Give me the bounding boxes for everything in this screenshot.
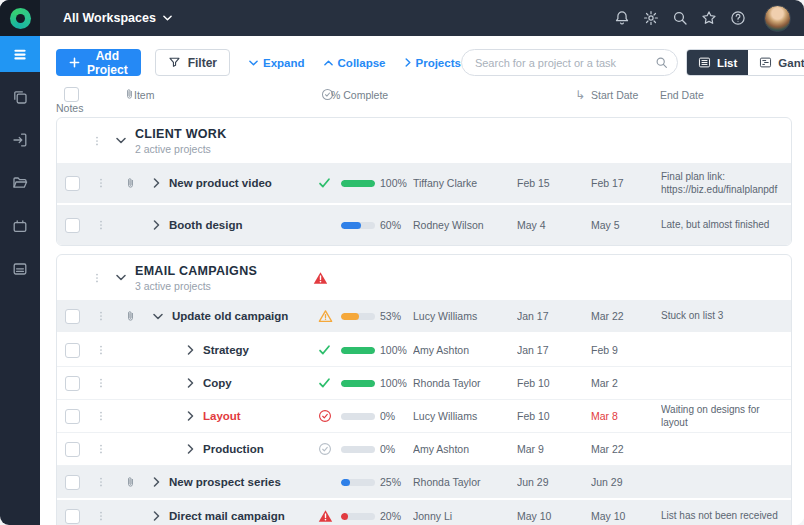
- percent-complete: 100%: [377, 344, 413, 356]
- item-name[interactable]: New product video: [169, 177, 272, 189]
- group-subtitle: 2 active projects: [135, 143, 226, 155]
- chevron-right-icon[interactable]: [187, 444, 194, 454]
- group-drag-handle[interactable]: [91, 271, 103, 285]
- item-name[interactable]: Production: [203, 443, 264, 455]
- responsible: Rhonda Taylor: [413, 476, 517, 488]
- group-subtitle: 3 active projects: [135, 280, 257, 292]
- projects-label: Projects: [416, 57, 461, 69]
- toolbar: Add Project Filter Expand Collapse Proje…: [40, 36, 804, 85]
- responsible: Rodney Wilson: [413, 219, 517, 231]
- row-checkbox[interactable]: [65, 442, 80, 457]
- user-avatar[interactable]: [764, 5, 791, 32]
- sidebar-item-list-view[interactable]: [0, 36, 40, 72]
- folder-icon: [12, 175, 28, 191]
- row-checkbox[interactable]: [65, 218, 80, 233]
- list-view-button[interactable]: List: [687, 50, 748, 75]
- row-checkbox[interactable]: [65, 309, 80, 324]
- item-name[interactable]: Copy: [203, 377, 232, 389]
- warning-triangle-icon: [318, 309, 333, 323]
- chevron-down-icon[interactable]: [116, 137, 126, 144]
- workspace-switcher[interactable]: All Workspaces: [57, 10, 178, 26]
- check-icon: [318, 177, 331, 189]
- plus-icon: [69, 57, 80, 68]
- chevron-right-icon[interactable]: [187, 345, 194, 355]
- item-name[interactable]: Layout: [203, 410, 241, 422]
- row-drag-handle[interactable]: [87, 509, 115, 523]
- sidebar-item-folder[interactable]: [0, 165, 40, 201]
- sidebar-item-sign-in[interactable]: [0, 122, 40, 158]
- help-icon[interactable]: [730, 10, 746, 26]
- responsible: Amy Ashton: [413, 344, 517, 356]
- search-icon: [655, 56, 668, 69]
- sidebar-item-calendar[interactable]: [0, 208, 40, 244]
- sidebar-item-boards[interactable]: [0, 79, 40, 115]
- gear-icon[interactable]: [643, 10, 659, 26]
- sidebar-item-report[interactable]: [0, 251, 40, 287]
- responsible: Lucy Williams: [413, 410, 517, 422]
- row-checkbox[interactable]: [65, 475, 80, 490]
- chevron-right-icon: [405, 58, 411, 67]
- item-name[interactable]: Direct mail campaign: [169, 510, 285, 522]
- row-drag-handle[interactable]: [87, 176, 115, 190]
- chevron-right-icon[interactable]: [187, 411, 194, 421]
- header-notes[interactable]: Notes: [56, 102, 86, 114]
- item-name[interactable]: Booth design: [169, 219, 242, 231]
- chevron-down-icon: [163, 15, 172, 21]
- row-drag-handle[interactable]: [87, 343, 115, 357]
- row-checkbox[interactable]: [65, 376, 80, 391]
- gantt-view-button[interactable]: Gantt: [748, 50, 804, 75]
- projects-link[interactable]: Projects: [405, 57, 461, 69]
- search-input[interactable]: [461, 49, 678, 76]
- paperclip-icon: [124, 476, 137, 489]
- item-name[interactable]: Update old campaign: [172, 310, 288, 322]
- percent-complete: 0%: [377, 443, 413, 455]
- chevron-right-icon[interactable]: [153, 220, 160, 230]
- header-end-date[interactable]: End Date: [660, 89, 792, 101]
- progress-bar: [341, 313, 375, 320]
- group-drag-handle[interactable]: [91, 134, 103, 148]
- list-view-icon: [12, 47, 28, 62]
- row-drag-handle[interactable]: [87, 376, 115, 390]
- select-all-checkbox[interactable]: [64, 87, 79, 102]
- alert-triangle-icon: [318, 509, 333, 523]
- star-icon[interactable]: [701, 10, 717, 26]
- start-date: Feb 15: [517, 177, 591, 189]
- collapse-link[interactable]: Collapse: [324, 57, 386, 69]
- row-drag-handle[interactable]: [87, 442, 115, 456]
- row-checkbox[interactable]: [65, 409, 80, 424]
- search-box: [461, 49, 678, 76]
- row-checkbox[interactable]: [65, 343, 80, 358]
- row-drag-handle[interactable]: [87, 309, 115, 323]
- row-checkbox[interactable]: [65, 176, 80, 191]
- notes: Stuck on list 3: [661, 309, 791, 323]
- header-item[interactable]: Item: [134, 89, 314, 101]
- chevron-right-icon[interactable]: [187, 378, 194, 388]
- row-drag-handle[interactable]: [87, 409, 115, 423]
- chevron-down-icon[interactable]: [153, 313, 163, 320]
- chevron-up-icon: [324, 60, 333, 66]
- bell-icon[interactable]: [614, 10, 630, 26]
- search-icon[interactable]: [672, 10, 688, 26]
- workspace-label: All Workspaces: [63, 11, 156, 25]
- header-complete[interactable]: % Complete: [331, 89, 412, 101]
- item-name[interactable]: Strategy: [203, 344, 249, 356]
- chevron-right-icon[interactable]: [153, 178, 160, 188]
- header-start-date[interactable]: ↳ Start Date: [575, 88, 660, 102]
- row-checkbox[interactable]: [65, 509, 80, 524]
- list-icon: [698, 56, 711, 69]
- item-name[interactable]: New prospect series: [169, 476, 281, 488]
- filter-button[interactable]: Filter: [155, 49, 230, 76]
- expand-link[interactable]: Expand: [249, 57, 305, 69]
- chevron-right-icon[interactable]: [153, 477, 160, 487]
- responsible: Tiffany Clarke: [413, 177, 517, 189]
- main-content: Add Project Filter Expand Collapse Proje…: [40, 36, 804, 525]
- responsible: Lucy Williams: [413, 310, 517, 322]
- progress-bar: [341, 347, 375, 354]
- row-drag-handle[interactable]: [87, 218, 115, 232]
- add-project-button[interactable]: Add Project: [56, 49, 141, 76]
- chevron-right-icon[interactable]: [153, 511, 160, 521]
- app-logo[interactable]: [0, 0, 40, 36]
- notes: List has not been received: [661, 509, 791, 523]
- row-drag-handle[interactable]: [87, 475, 115, 489]
- chevron-down-icon[interactable]: [116, 274, 126, 281]
